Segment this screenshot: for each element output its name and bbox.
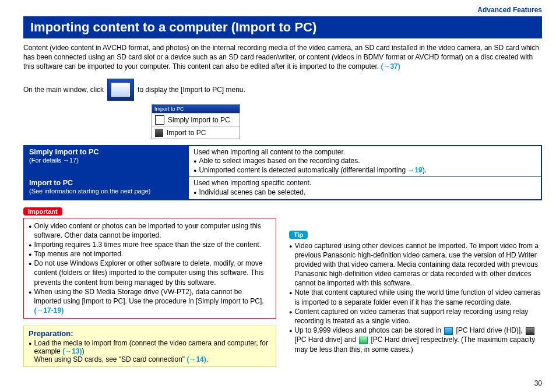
row-import-title: Import to PC xyxy=(29,179,73,187)
shield-icon xyxy=(155,115,164,125)
tip-b2: Note that content captured while using t… xyxy=(294,288,542,306)
import-dropdown: Import to PC Simply Import to PC Import … xyxy=(152,104,240,139)
page-number: 30 xyxy=(534,379,542,387)
intro-text: Content (video content in AVCHD format, … xyxy=(23,44,539,70)
click-before: On the main window, click xyxy=(23,86,104,94)
preparation-box: Preparation: ●Load the media to import f… xyxy=(23,326,276,367)
left-column: Important Only video content or photos c… xyxy=(23,207,276,368)
tip-b1: Video captured using other devices canno… xyxy=(294,241,542,288)
important-b4: Do not use Windows Explorer or other sof… xyxy=(34,259,271,287)
important-b1: Only video content or photos can be impo… xyxy=(34,221,271,240)
row-simply-left: Simply Import to PC (For details →17) xyxy=(24,146,189,177)
row-simply-desc-line1: Used when importing all content to the c… xyxy=(193,148,536,157)
prep-line2a: When using SD cards, see "SD card connec… xyxy=(34,355,186,363)
dropdown-item-simply[interactable]: Simply Import to PC xyxy=(152,113,240,126)
right-column: Tip Video captured using other devices c… xyxy=(289,207,542,368)
page-title: Importing content to a computer (Import … xyxy=(23,16,542,38)
dropdown-header: Import to PC xyxy=(152,105,240,113)
link-14[interactable]: (→14) xyxy=(186,355,206,363)
pc-icon xyxy=(155,129,163,137)
row-simply-title: Simply Import to PC xyxy=(29,148,98,156)
link-19[interactable]: →19 xyxy=(407,166,422,174)
row-simply-bullet1: Able to select images based on the recor… xyxy=(193,157,536,166)
click-instruction: On the main window, click to display the… xyxy=(23,79,542,101)
intro-link-37[interactable]: (→37) xyxy=(381,62,400,70)
tip-pill: Tip xyxy=(289,231,308,239)
row-import-bullet1: Individual scenes can be selected. xyxy=(193,188,536,197)
prep-b1b: ) xyxy=(82,347,84,355)
row-simply-link[interactable]: →17 xyxy=(63,157,76,164)
row-import-right: Used when importing specific content. In… xyxy=(189,177,542,200)
row-import-sub: (See information starting on the next pa… xyxy=(29,188,151,195)
dropdown-item-label: Simply Import to PC xyxy=(168,116,230,124)
important-b3: Top menus are not imported. xyxy=(34,249,123,259)
tip-b4-lbl1: [PC Hard drive (HD)], xyxy=(454,326,525,334)
click-after: to display the [Import to PC] menu. xyxy=(138,86,245,94)
important-pill: Important xyxy=(23,207,62,216)
row-import-left: Import to PC (See information starting o… xyxy=(24,177,189,200)
important-b5: When using the SD Media Storage drive (V… xyxy=(34,288,263,305)
important-box: Only video content or photos can be impo… xyxy=(23,218,276,319)
row-simply-right: Used when importing all content to the c… xyxy=(189,146,542,177)
drive-icon-2 xyxy=(359,337,368,344)
prep-line2b: . xyxy=(206,355,208,363)
link-17-19[interactable]: (→17-19) xyxy=(34,306,64,315)
link-13[interactable]: (→13) xyxy=(62,347,82,355)
tip-box: Video captured using other devices canno… xyxy=(289,241,542,354)
tip-b3: Content captured on video cameras that s… xyxy=(294,307,542,326)
tip-b4-lbl2: [PC Hard drive] and xyxy=(294,336,358,344)
tip-b4a: Up to 9,999 videos and photos can be sto… xyxy=(294,326,443,334)
dropdown-item-import[interactable]: Import to PC xyxy=(152,126,240,139)
breadcrumb: Advanced Features xyxy=(23,6,542,14)
hd-drive-icon xyxy=(444,327,453,335)
row-import-desc-line1: Used when importing specific content. xyxy=(193,179,536,188)
feature-table: Simply Import to PC (For details →17) Us… xyxy=(23,145,542,200)
dropdown-item-label: Import to PC xyxy=(167,129,206,137)
intro-paragraph: Content (video content in AVCHD format, … xyxy=(23,43,542,72)
row-simply-sub-a: (For details xyxy=(29,157,63,164)
important-b2: Importing requires 1.3 times more free s… xyxy=(34,240,261,249)
preparation-heading: Preparation: xyxy=(29,329,271,338)
drive-icon xyxy=(526,327,534,335)
import-to-pc-icon xyxy=(107,79,134,101)
row-simply-sub-b: ) xyxy=(76,157,79,164)
